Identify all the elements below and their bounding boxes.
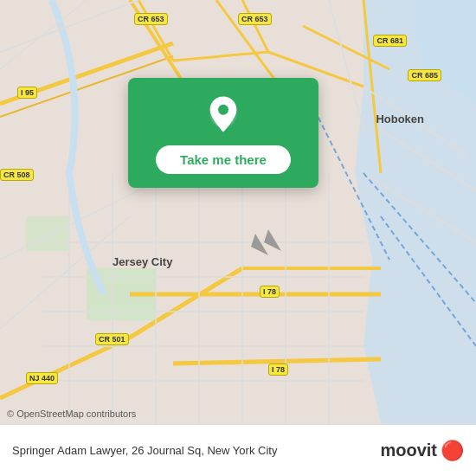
moovit-logo: moovit 🔴	[380, 440, 464, 462]
location-card: Take me there	[128, 78, 318, 188]
map-container: Hoboken Jersey City I 95 CR 508 CR 653 C…	[0, 0, 476, 424]
moovit-text: moovit	[380, 441, 437, 460]
copyright-text: © OpenStreetMap contributors	[7, 408, 136, 419]
location-description: Springer Adam Lawyer, 26 Journal Sq, New…	[12, 444, 380, 457]
take-me-there-button[interactable]: Take me there	[156, 145, 291, 174]
svg-point-47	[218, 105, 228, 115]
map-background	[0, 0, 476, 424]
bottom-bar: Springer Adam Lawyer, 26 Journal Sq, New…	[0, 424, 476, 476]
location-pin-icon	[203, 93, 244, 135]
svg-rect-4	[26, 216, 69, 251]
moovit-dot-icon: 🔴	[441, 440, 464, 462]
